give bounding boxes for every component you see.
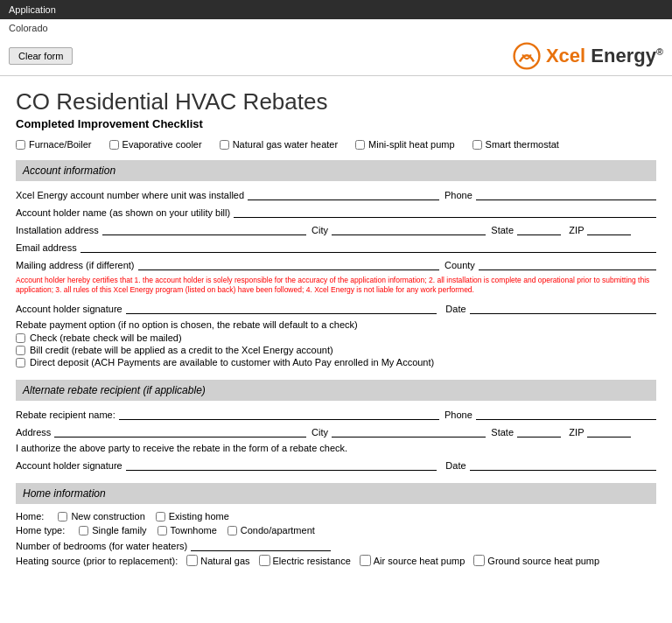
payment-direct-deposit-option[interactable]: Direct deposit (ACH Payments are availab…: [16, 357, 656, 368]
air-source-heat-pump-checkbox[interactable]: [360, 555, 371, 566]
bedrooms-field: Number of bedrooms (for water heaters): [16, 539, 331, 551]
signature-label: Account holder signature: [16, 304, 122, 314]
county-input[interactable]: [479, 258, 656, 270]
page-title: CO Residential HVAC Rebates: [16, 88, 656, 116]
install-address-field: Installation address: [16, 223, 306, 235]
home-section: Home information Home: New construction …: [16, 483, 656, 566]
condo-apartment-checkbox[interactable]: [228, 526, 237, 536]
account-number-row: Xcel Energy account number where unit wa…: [16, 188, 656, 200]
existing-home-option[interactable]: Existing home: [156, 511, 229, 522]
email-row: Email address: [16, 241, 656, 253]
existing-home-checkbox[interactable]: [156, 512, 165, 522]
checkbox-furnace-boiler-input[interactable]: [16, 140, 25, 150]
date-input[interactable]: [470, 302, 656, 314]
account-number-field: Xcel Energy account number where unit wa…: [16, 188, 439, 200]
payment-bill-credit-option[interactable]: Bill credit (rebate will be applied as a…: [16, 345, 656, 355]
electric-resistance-option[interactable]: Electric resistance: [259, 555, 351, 566]
install-address-input[interactable]: [102, 223, 306, 235]
alt-zip-input[interactable]: [587, 425, 631, 438]
bedrooms-label: Number of bedrooms (for water heaters): [16, 541, 187, 551]
natural-gas-checkbox[interactable]: [186, 555, 198, 566]
phone-input[interactable]: [476, 188, 656, 200]
new-construction-checkbox[interactable]: [58, 512, 67, 522]
account-holder-input[interactable]: [234, 206, 656, 218]
checkbox-smart-thermostat-input[interactable]: [472, 140, 482, 150]
page-subtitle: Completed Improvement Checklist: [16, 117, 656, 130]
alt-zip-field: ZIP: [569, 425, 656, 438]
date-label: Date: [445, 304, 466, 314]
checklist-row: Furnace/Boiler Evaporative cooler Natura…: [16, 139, 656, 150]
city-label: City: [312, 225, 328, 235]
payment-label: Rebate payment option (if no option is c…: [16, 319, 656, 330]
account-section: Account information Xcel Energy account …: [16, 160, 656, 368]
alt-state-field: State: [491, 425, 564, 438]
clear-form-button[interactable]: Clear form: [9, 47, 73, 65]
alt-phone-input[interactable]: [476, 408, 656, 420]
payment-check-option[interactable]: Check (rebate check will be mailed): [16, 332, 656, 343]
mailing-address-field: Mailing address (if different): [16, 258, 439, 270]
email-input[interactable]: [80, 241, 656, 253]
recipient-name-input[interactable]: [119, 408, 439, 420]
account-number-input[interactable]: [248, 188, 439, 200]
main-content: CO Residential HVAC Rebates Completed Im…: [0, 76, 672, 591]
checkbox-smart-thermostat[interactable]: Smart thermostat: [472, 139, 559, 150]
alt-city-input[interactable]: [332, 425, 486, 438]
checkbox-furnace-boiler[interactable]: Furnace/Boiler: [16, 139, 92, 150]
home-type-row: Home: New construction Existing home: [16, 511, 656, 522]
heating-source-row: Heating source (prior to replacement): N…: [16, 555, 656, 566]
logo-text: Xcel Energy®: [546, 45, 663, 67]
electric-resistance-checkbox[interactable]: [259, 555, 270, 566]
payment-check-checkbox[interactable]: [16, 333, 25, 343]
payment-bill-credit-checkbox[interactable]: [16, 346, 25, 355]
alt-signature-row: Account holder signature Date: [16, 458, 656, 471]
home-type-row2: Home type: Single family Townhome Condo/…: [16, 525, 656, 536]
heating-source-label: Heating source (prior to replacement):: [16, 556, 178, 566]
alternate-section: Alternate rebate recipient (if applicabl…: [16, 380, 656, 471]
signature-input[interactable]: [126, 302, 438, 314]
zip-label: ZIP: [569, 225, 584, 235]
new-construction-option[interactable]: New construction: [58, 511, 144, 522]
state-input[interactable]: [517, 223, 561, 235]
checkbox-natural-gas-water-heater[interactable]: Natural gas water heater: [220, 139, 338, 150]
mailing-address-label: Mailing address (if different): [16, 260, 135, 270]
alt-date-input[interactable]: [470, 458, 656, 471]
alt-date-field: Date: [445, 458, 656, 471]
single-family-checkbox[interactable]: [79, 526, 88, 536]
ground-source-heat-pump-option[interactable]: Ground source heat pump: [473, 555, 599, 566]
install-address-row: Installation address City State ZIP: [16, 223, 656, 235]
alt-state-input[interactable]: [517, 425, 561, 438]
bedrooms-row: Number of bedrooms (for water heaters): [16, 539, 656, 551]
alt-phone-field: Phone: [444, 408, 656, 420]
townhome-checkbox[interactable]: [158, 526, 167, 536]
condo-apartment-option[interactable]: Condo/apartment: [228, 525, 315, 536]
alt-signature-input[interactable]: [126, 458, 438, 471]
mailing-address-input[interactable]: [138, 258, 439, 270]
app-bar: Application: [0, 0, 672, 19]
checkbox-mini-split-heat-pump[interactable]: Mini-split heat pump: [355, 139, 454, 150]
payment-direct-deposit-checkbox[interactable]: [16, 358, 25, 368]
logo-area: Xcel Energy®: [513, 42, 663, 70]
checkbox-natural-gas-water-heater-input[interactable]: [220, 140, 229, 150]
alt-address-input[interactable]: [54, 425, 306, 438]
bedrooms-input[interactable]: [191, 539, 331, 551]
single-family-option[interactable]: Single family: [79, 525, 146, 536]
townhome-option[interactable]: Townhome: [158, 525, 217, 536]
checkbox-mini-split-heat-pump-input[interactable]: [355, 140, 365, 150]
ground-source-heat-pump-checkbox[interactable]: [473, 555, 485, 566]
zip-input[interactable]: [587, 223, 631, 235]
auth-text: I authorize the above party to receive t…: [16, 443, 656, 453]
checkbox-evaporative-cooler[interactable]: Evaporative cooler: [109, 139, 202, 150]
checkbox-evaporative-cooler-input[interactable]: [109, 140, 119, 150]
app-bar-title: Application: [9, 4, 56, 15]
alt-zip-label: ZIP: [569, 427, 584, 438]
toolbar: Clear form Xcel Energy®: [0, 37, 672, 76]
city-input[interactable]: [332, 223, 486, 235]
sub-bar: Colorado: [0, 19, 672, 37]
alt-address-label: Address: [16, 427, 51, 438]
alt-date-label: Date: [445, 460, 466, 471]
zip-field: ZIP: [569, 223, 656, 235]
alternate-section-header: Alternate rebate recipient (if applicabl…: [16, 380, 656, 401]
account-holder-label: Account holder name (as shown on your ut…: [16, 207, 230, 218]
natural-gas-option[interactable]: Natural gas: [186, 555, 249, 566]
air-source-heat-pump-option[interactable]: Air source heat pump: [360, 555, 466, 566]
